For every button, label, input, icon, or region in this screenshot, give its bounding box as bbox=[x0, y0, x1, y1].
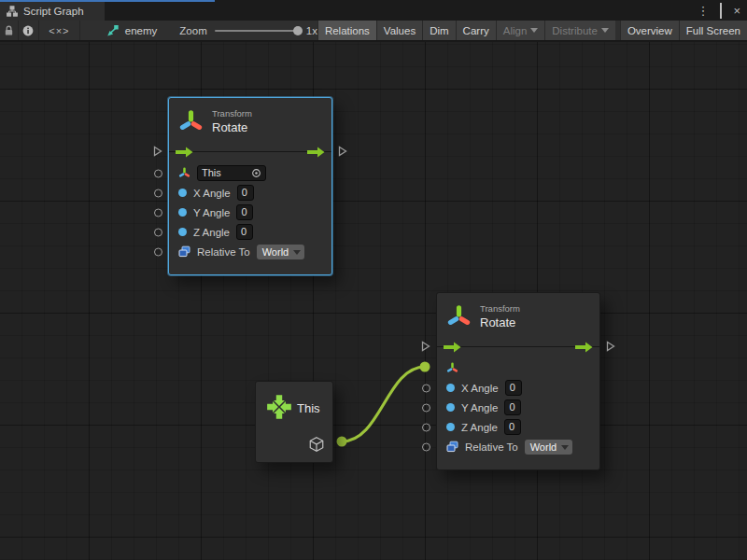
input-row-this-connected bbox=[437, 358, 599, 378]
this-output-port[interactable] bbox=[337, 437, 347, 447]
zoom-label: Zoom bbox=[179, 25, 206, 36]
graph-name-indicator[interactable]: enemy bbox=[80, 21, 158, 40]
enum-type-icon bbox=[178, 245, 190, 258]
z-angle-input-port[interactable] bbox=[422, 423, 430, 431]
node-rotate-1[interactable]: Transform Rotate bbox=[168, 97, 332, 275]
float-type-icon bbox=[178, 189, 187, 197]
connection-layer bbox=[0, 42, 747, 560]
input-row-relative-to: Relative To World bbox=[437, 437, 599, 456]
toolbar-buttons: Relations Values Dim Carry Align Distrib… bbox=[317, 21, 747, 40]
flow-input-port[interactable] bbox=[421, 339, 430, 356]
dim-button[interactable]: Dim bbox=[422, 21, 455, 40]
graph-canvas[interactable]: Transform Rotate bbox=[0, 42, 747, 560]
graph-asset-icon bbox=[106, 24, 120, 37]
float-type-icon bbox=[446, 423, 455, 431]
node-header: Transform Rotate bbox=[437, 293, 599, 334]
flow-in-arrow-icon bbox=[176, 147, 193, 158]
transform-mini-icon bbox=[446, 362, 458, 374]
input-row-relative-to: Relative To World bbox=[169, 242, 331, 261]
x-angle-field[interactable]: 0 bbox=[237, 185, 254, 201]
lock-button[interactable] bbox=[0, 21, 19, 40]
relative-to-input-port[interactable] bbox=[154, 247, 162, 256]
input-row-y-angle: Y Angle 0 bbox=[169, 203, 331, 222]
node-category: Transform bbox=[480, 303, 520, 314]
chevron-down-icon bbox=[530, 28, 538, 33]
flow-output-port[interactable] bbox=[338, 144, 347, 161]
align-button[interactable]: Align bbox=[496, 21, 545, 40]
z-angle-input-port[interactable] bbox=[154, 228, 162, 236]
float-type-icon bbox=[178, 228, 187, 236]
info-button[interactable] bbox=[19, 21, 39, 40]
flow-row bbox=[169, 141, 331, 163]
node-header: Transform Rotate bbox=[169, 98, 331, 139]
gameobject-cube-icon bbox=[308, 436, 325, 453]
node-title: This bbox=[297, 401, 320, 415]
node-rotate-2[interactable]: Transform Rotate bbox=[436, 292, 600, 470]
y-angle-input-port[interactable] bbox=[422, 403, 430, 412]
flow-input-port[interactable] bbox=[153, 144, 162, 161]
info-icon bbox=[22, 25, 34, 36]
y-angle-field[interactable]: 0 bbox=[504, 399, 521, 415]
chevron-down-icon bbox=[601, 28, 609, 33]
x-angle-input-port[interactable] bbox=[422, 384, 430, 392]
fullscreen-button[interactable]: Full Screen bbox=[679, 21, 747, 40]
y-angle-field[interactable]: 0 bbox=[236, 204, 253, 220]
tab-title: Script Graph bbox=[23, 6, 84, 17]
zoom-slider[interactable] bbox=[215, 30, 299, 32]
node-title: Rotate bbox=[212, 120, 252, 134]
code-toggle-icon: <×> bbox=[49, 25, 69, 36]
transform-icon bbox=[446, 304, 472, 329]
float-type-icon bbox=[178, 208, 187, 217]
float-type-icon bbox=[446, 403, 455, 412]
float-type-icon bbox=[446, 384, 455, 392]
z-angle-field[interactable]: 0 bbox=[504, 419, 521, 435]
window-maximize-icon[interactable] bbox=[720, 5, 722, 17]
relations-button[interactable]: Relations bbox=[317, 21, 376, 40]
self-icon bbox=[265, 393, 293, 421]
z-angle-field[interactable]: 0 bbox=[236, 224, 253, 240]
graph-toolbar: <×> enemy Zoom 1x Relations Values Dim C… bbox=[0, 21, 747, 41]
node-category: Transform bbox=[212, 108, 252, 119]
zoom-slider-handle[interactable] bbox=[293, 26, 303, 35]
this-object-field[interactable]: This bbox=[197, 165, 266, 181]
x-angle-input-port[interactable] bbox=[154, 189, 162, 197]
lock-icon bbox=[4, 25, 14, 36]
values-button[interactable]: Values bbox=[376, 21, 422, 40]
tab-bar: Script Graph ⋮ × bbox=[0, 0, 747, 21]
code-toggle-button[interactable]: <×> bbox=[39, 21, 80, 40]
input-row-z-angle: Z Angle 0 bbox=[437, 417, 599, 437]
flow-output-port[interactable] bbox=[606, 339, 615, 356]
input-row-x-angle: X Angle 0 bbox=[437, 378, 599, 398]
target-input-port[interactable] bbox=[154, 169, 162, 177]
carry-button[interactable]: Carry bbox=[456, 21, 496, 40]
y-angle-input-port[interactable] bbox=[154, 208, 162, 217]
flow-in-arrow-icon bbox=[444, 342, 461, 353]
window-close-icon[interactable]: × bbox=[733, 5, 740, 17]
input-row-x-angle: X Angle 0 bbox=[169, 183, 331, 203]
rotate2-target-input-port[interactable] bbox=[420, 362, 430, 372]
distribute-button[interactable]: Distribute bbox=[544, 21, 615, 40]
script-graph-icon bbox=[7, 6, 18, 17]
relative-to-dropdown[interactable]: World bbox=[257, 245, 305, 259]
node-title: Rotate bbox=[480, 315, 520, 329]
transform-mini-icon bbox=[178, 167, 190, 179]
overview-button[interactable]: Overview bbox=[620, 21, 679, 40]
x-angle-field[interactable]: 0 bbox=[505, 380, 522, 396]
relative-to-dropdown[interactable]: World bbox=[525, 440, 573, 455]
zoom-value: 1x bbox=[306, 25, 317, 36]
object-picker-icon[interactable] bbox=[251, 168, 261, 178]
input-row-this: This bbox=[169, 163, 331, 183]
relative-to-input-port[interactable] bbox=[422, 442, 430, 451]
flow-row bbox=[437, 336, 599, 358]
wire-this-to-rotate2[interactable] bbox=[342, 367, 425, 441]
flow-out-arrow-icon bbox=[307, 147, 325, 158]
flow-out-arrow-icon bbox=[575, 342, 593, 353]
input-row-z-angle: Z Angle 0 bbox=[169, 222, 331, 242]
window-menu-icon[interactable]: ⋮ bbox=[697, 5, 709, 17]
enum-type-icon bbox=[446, 441, 458, 453]
graph-name-label: enemy bbox=[125, 25, 158, 36]
input-row-y-angle: Y Angle 0 bbox=[437, 398, 599, 417]
node-this[interactable]: This bbox=[255, 381, 333, 463]
tab-script-graph[interactable]: Script Graph bbox=[0, 2, 105, 21]
transform-icon bbox=[178, 109, 204, 134]
